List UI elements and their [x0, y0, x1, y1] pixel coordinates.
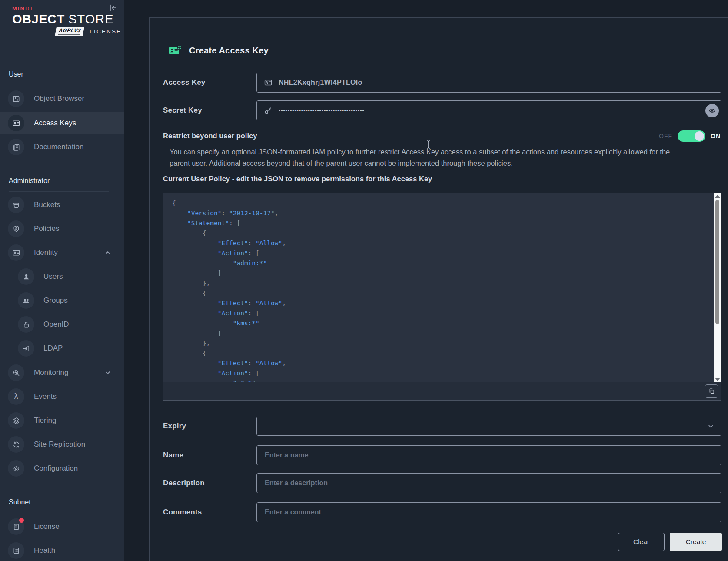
brand-name: MINIO	[12, 5, 114, 12]
sidebar-item-health[interactable]: Health	[0, 539, 124, 561]
sidebar-item-license[interactable]: License	[0, 515, 124, 538]
sidebar-item-monitoring[interactable]: Monitoring	[0, 361, 124, 384]
sidebar-item-documentation[interactable]: Documentation	[0, 136, 124, 158]
section-title-administrator: Administrator	[9, 177, 50, 185]
restrict-policy-toggle-group: OFF ON	[659, 130, 721, 142]
restrict-policy-label: Restrict beyond user policy	[163, 132, 257, 140]
access-key-field	[256, 73, 721, 93]
toggle-on-label: ON	[711, 133, 721, 140]
policy-code[interactable]: { "Version": "2012-10-17", "Statement": …	[163, 193, 714, 383]
id-card-icon	[264, 78, 273, 87]
magnifier-pulse-icon	[12, 369, 20, 377]
divider	[9, 87, 109, 87]
description-label: Description	[163, 479, 205, 488]
name-label: Name	[163, 451, 183, 460]
expiry-select[interactable]	[256, 417, 721, 436]
sidebar-item-ldap[interactable]: LDAP	[0, 337, 124, 360]
sidebar-item-events[interactable]: λ Events	[0, 385, 124, 408]
scroll-down-arrow-icon[interactable]	[715, 378, 720, 381]
sidebar-item-openid[interactable]: OpenID	[0, 313, 124, 336]
create-access-key-icon	[169, 45, 182, 57]
access-key-label: Access Key	[163, 78, 205, 87]
create-button[interactable]: Create	[670, 533, 722, 551]
product-name: OBJECT STORE	[12, 12, 114, 27]
chevron-down-icon	[105, 370, 111, 376]
person-icon	[22, 273, 30, 281]
section-title-subnet: Subnet	[9, 498, 31, 506]
description-field	[256, 473, 721, 493]
editor-scrollbar[interactable]	[714, 193, 721, 383]
secret-key-label: Secret Key	[163, 106, 202, 115]
shield-person-icon	[12, 225, 20, 233]
secret-key-input[interactable]	[278, 107, 721, 114]
chevron-down-icon	[708, 423, 714, 430]
clear-button[interactable]: Clear	[618, 533, 665, 551]
secret-key-field	[256, 100, 721, 120]
description-input[interactable]	[264, 479, 721, 488]
license-notification-dot	[19, 518, 24, 523]
current-user-policy-heading: Current User Policy - edit the JSON to r…	[163, 175, 432, 183]
name-input[interactable]	[264, 451, 721, 460]
sidebar-item-policies[interactable]: Policies	[0, 217, 124, 240]
comments-field	[256, 502, 721, 522]
eye-icon	[708, 107, 716, 114]
minio-console-screen: MINIO OBJECT STORE AGPLV3 LICENSE User O…	[0, 0, 728, 561]
sidebar-item-object-browser[interactable]: Object Browser	[0, 87, 124, 110]
scrollbar-thumb[interactable]	[715, 200, 719, 324]
sidebar-item-buckets[interactable]: Buckets	[0, 194, 124, 216]
access-key-input[interactable]	[278, 78, 721, 87]
copy-icon	[708, 387, 715, 395]
bucket-icon	[12, 201, 20, 209]
login-arrow-icon	[22, 344, 30, 353]
page-title: Create Access Key	[169, 45, 269, 57]
id-card-icon	[12, 119, 20, 127]
key-icon	[264, 106, 273, 115]
unlocked-padlock-icon	[22, 321, 30, 329]
sidebar-item-tiering[interactable]: Tiering	[0, 409, 124, 432]
chevron-up-icon	[105, 250, 111, 256]
license-document-icon	[12, 523, 20, 531]
sidebar-item-identity[interactable]: Identity	[0, 241, 124, 264]
comments-input[interactable]	[264, 508, 721, 517]
expiry-label: Expiry	[163, 422, 186, 431]
policy-json-editor: { "Version": "2012-10-17", "Statement": …	[163, 193, 721, 401]
sidebar-item-users[interactable]: Users	[0, 265, 124, 288]
divider	[9, 191, 109, 192]
clipboard-icon	[12, 547, 20, 555]
sidebar: MINIO OBJECT STORE AGPLV3 LICENSE User O…	[0, 0, 124, 561]
section-title-user: User	[9, 70, 23, 78]
sidebar-item-access-keys[interactable]: Access Keys	[0, 112, 124, 134]
document-icon	[12, 143, 20, 151]
agpl-badge: AGPLV3	[55, 27, 84, 36]
comments-label: Comments	[163, 508, 202, 517]
copy-policy-button[interactable]	[705, 384, 718, 398]
restrict-policy-description: You can specify an optional JSON-formatt…	[170, 146, 680, 169]
minio-logo: MINIO OBJECT STORE	[12, 5, 114, 27]
object-browser-icon	[12, 95, 20, 103]
lambda-icon: λ	[14, 393, 18, 401]
name-field	[256, 445, 721, 465]
id-card-icon	[12, 249, 20, 257]
toggle-knob	[695, 131, 704, 141]
sidebar-item-configuration[interactable]: Configuration	[0, 457, 124, 480]
sync-arrows-icon	[12, 441, 20, 449]
scroll-up-arrow-icon[interactable]	[715, 195, 720, 198]
restrict-policy-toggle[interactable]	[678, 130, 705, 142]
divider	[9, 50, 109, 50]
people-icon	[22, 297, 30, 305]
divider	[9, 514, 109, 514]
layers-icon	[12, 417, 20, 425]
toggle-off-label: OFF	[659, 133, 672, 140]
editor-footer	[163, 382, 721, 400]
reveal-secret-button[interactable]	[705, 104, 719, 117]
sidebar-item-site-replication[interactable]: Site Replication	[0, 433, 124, 456]
text-cursor	[426, 140, 431, 149]
gear-icon	[12, 464, 20, 473]
license-word: LICENSE	[90, 28, 121, 35]
sidebar-item-groups[interactable]: Groups	[0, 289, 124, 312]
